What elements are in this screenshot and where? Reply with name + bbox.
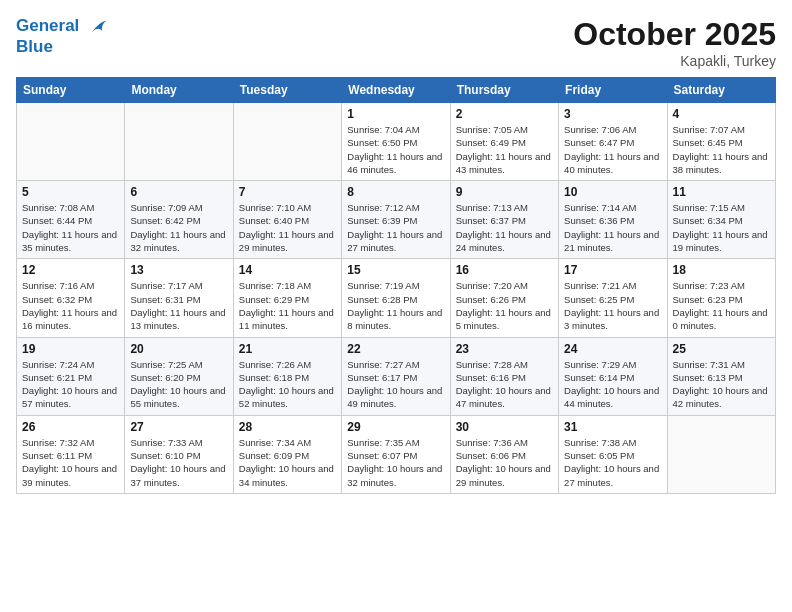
weekday-header-thursday: Thursday <box>450 78 558 103</box>
day-info: Sunrise: 7:12 AM Sunset: 6:39 PM Dayligh… <box>347 201 444 254</box>
day-number: 8 <box>347 185 444 199</box>
day-number: 21 <box>239 342 336 356</box>
calendar-cell: 14Sunrise: 7:18 AM Sunset: 6:29 PM Dayli… <box>233 259 341 337</box>
calendar-cell: 22Sunrise: 7:27 AM Sunset: 6:17 PM Dayli… <box>342 337 450 415</box>
calendar-week-row: 1Sunrise: 7:04 AM Sunset: 6:50 PM Daylig… <box>17 103 776 181</box>
day-info: Sunrise: 7:23 AM Sunset: 6:23 PM Dayligh… <box>673 279 770 332</box>
calendar-cell: 17Sunrise: 7:21 AM Sunset: 6:25 PM Dayli… <box>559 259 667 337</box>
day-number: 29 <box>347 420 444 434</box>
calendar-cell <box>125 103 233 181</box>
calendar-cell: 23Sunrise: 7:28 AM Sunset: 6:16 PM Dayli… <box>450 337 558 415</box>
location-subtitle: Kapakli, Turkey <box>573 53 776 69</box>
calendar-cell: 11Sunrise: 7:15 AM Sunset: 6:34 PM Dayli… <box>667 181 775 259</box>
day-info: Sunrise: 7:31 AM Sunset: 6:13 PM Dayligh… <box>673 358 770 411</box>
day-info: Sunrise: 7:28 AM Sunset: 6:16 PM Dayligh… <box>456 358 553 411</box>
calendar-cell: 21Sunrise: 7:26 AM Sunset: 6:18 PM Dayli… <box>233 337 341 415</box>
calendar-cell: 26Sunrise: 7:32 AM Sunset: 6:11 PM Dayli… <box>17 415 125 493</box>
calendar-header-row: SundayMondayTuesdayWednesdayThursdayFrid… <box>17 78 776 103</box>
day-number: 25 <box>673 342 770 356</box>
day-info: Sunrise: 7:26 AM Sunset: 6:18 PM Dayligh… <box>239 358 336 411</box>
day-info: Sunrise: 7:04 AM Sunset: 6:50 PM Dayligh… <box>347 123 444 176</box>
day-number: 23 <box>456 342 553 356</box>
day-info: Sunrise: 7:06 AM Sunset: 6:47 PM Dayligh… <box>564 123 661 176</box>
day-info: Sunrise: 7:15 AM Sunset: 6:34 PM Dayligh… <box>673 201 770 254</box>
day-info: Sunrise: 7:38 AM Sunset: 6:05 PM Dayligh… <box>564 436 661 489</box>
calendar-cell: 25Sunrise: 7:31 AM Sunset: 6:13 PM Dayli… <box>667 337 775 415</box>
calendar-cell: 15Sunrise: 7:19 AM Sunset: 6:28 PM Dayli… <box>342 259 450 337</box>
calendar-week-row: 12Sunrise: 7:16 AM Sunset: 6:32 PM Dayli… <box>17 259 776 337</box>
calendar-table: SundayMondayTuesdayWednesdayThursdayFrid… <box>16 77 776 494</box>
calendar-cell: 9Sunrise: 7:13 AM Sunset: 6:37 PM Daylig… <box>450 181 558 259</box>
day-info: Sunrise: 7:07 AM Sunset: 6:45 PM Dayligh… <box>673 123 770 176</box>
calendar-cell: 16Sunrise: 7:20 AM Sunset: 6:26 PM Dayli… <box>450 259 558 337</box>
day-number: 11 <box>673 185 770 199</box>
calendar-cell: 31Sunrise: 7:38 AM Sunset: 6:05 PM Dayli… <box>559 415 667 493</box>
calendar-cell: 27Sunrise: 7:33 AM Sunset: 6:10 PM Dayli… <box>125 415 233 493</box>
day-number: 12 <box>22 263 119 277</box>
calendar-cell: 3Sunrise: 7:06 AM Sunset: 6:47 PM Daylig… <box>559 103 667 181</box>
calendar-cell: 12Sunrise: 7:16 AM Sunset: 6:32 PM Dayli… <box>17 259 125 337</box>
day-number: 22 <box>347 342 444 356</box>
day-number: 15 <box>347 263 444 277</box>
logo-general: General <box>16 16 79 35</box>
day-number: 26 <box>22 420 119 434</box>
day-info: Sunrise: 7:14 AM Sunset: 6:36 PM Dayligh… <box>564 201 661 254</box>
weekday-header-wednesday: Wednesday <box>342 78 450 103</box>
day-number: 4 <box>673 107 770 121</box>
calendar-cell: 4Sunrise: 7:07 AM Sunset: 6:45 PM Daylig… <box>667 103 775 181</box>
day-info: Sunrise: 7:34 AM Sunset: 6:09 PM Dayligh… <box>239 436 336 489</box>
day-info: Sunrise: 7:13 AM Sunset: 6:37 PM Dayligh… <box>456 201 553 254</box>
day-number: 31 <box>564 420 661 434</box>
day-number: 17 <box>564 263 661 277</box>
day-number: 30 <box>456 420 553 434</box>
calendar-cell <box>667 415 775 493</box>
day-number: 20 <box>130 342 227 356</box>
day-number: 1 <box>347 107 444 121</box>
calendar-cell: 8Sunrise: 7:12 AM Sunset: 6:39 PM Daylig… <box>342 181 450 259</box>
day-number: 14 <box>239 263 336 277</box>
calendar-week-row: 26Sunrise: 7:32 AM Sunset: 6:11 PM Dayli… <box>17 415 776 493</box>
day-info: Sunrise: 7:16 AM Sunset: 6:32 PM Dayligh… <box>22 279 119 332</box>
calendar-cell: 13Sunrise: 7:17 AM Sunset: 6:31 PM Dayli… <box>125 259 233 337</box>
day-info: Sunrise: 7:17 AM Sunset: 6:31 PM Dayligh… <box>130 279 227 332</box>
calendar-cell <box>233 103 341 181</box>
logo: General Blue <box>16 16 108 57</box>
calendar-cell: 24Sunrise: 7:29 AM Sunset: 6:14 PM Dayli… <box>559 337 667 415</box>
day-info: Sunrise: 7:08 AM Sunset: 6:44 PM Dayligh… <box>22 201 119 254</box>
weekday-header-friday: Friday <box>559 78 667 103</box>
day-number: 6 <box>130 185 227 199</box>
calendar-cell: 7Sunrise: 7:10 AM Sunset: 6:40 PM Daylig… <box>233 181 341 259</box>
day-number: 18 <box>673 263 770 277</box>
calendar-week-row: 5Sunrise: 7:08 AM Sunset: 6:44 PM Daylig… <box>17 181 776 259</box>
day-info: Sunrise: 7:27 AM Sunset: 6:17 PM Dayligh… <box>347 358 444 411</box>
day-info: Sunrise: 7:21 AM Sunset: 6:25 PM Dayligh… <box>564 279 661 332</box>
weekday-header-saturday: Saturday <box>667 78 775 103</box>
calendar-cell: 18Sunrise: 7:23 AM Sunset: 6:23 PM Dayli… <box>667 259 775 337</box>
calendar-cell: 28Sunrise: 7:34 AM Sunset: 6:09 PM Dayli… <box>233 415 341 493</box>
day-number: 5 <box>22 185 119 199</box>
calendar-cell: 10Sunrise: 7:14 AM Sunset: 6:36 PM Dayli… <box>559 181 667 259</box>
page-header: General Blue October 2025 Kapakli, Turke… <box>16 16 776 69</box>
day-number: 7 <box>239 185 336 199</box>
day-number: 27 <box>130 420 227 434</box>
calendar-cell: 19Sunrise: 7:24 AM Sunset: 6:21 PM Dayli… <box>17 337 125 415</box>
calendar-cell <box>17 103 125 181</box>
day-info: Sunrise: 7:35 AM Sunset: 6:07 PM Dayligh… <box>347 436 444 489</box>
day-info: Sunrise: 7:20 AM Sunset: 6:26 PM Dayligh… <box>456 279 553 332</box>
day-info: Sunrise: 7:24 AM Sunset: 6:21 PM Dayligh… <box>22 358 119 411</box>
day-number: 24 <box>564 342 661 356</box>
day-info: Sunrise: 7:25 AM Sunset: 6:20 PM Dayligh… <box>130 358 227 411</box>
weekday-header-tuesday: Tuesday <box>233 78 341 103</box>
calendar-week-row: 19Sunrise: 7:24 AM Sunset: 6:21 PM Dayli… <box>17 337 776 415</box>
weekday-header-sunday: Sunday <box>17 78 125 103</box>
month-title: October 2025 <box>573 16 776 53</box>
weekday-header-monday: Monday <box>125 78 233 103</box>
calendar-cell: 20Sunrise: 7:25 AM Sunset: 6:20 PM Dayli… <box>125 337 233 415</box>
calendar-cell: 5Sunrise: 7:08 AM Sunset: 6:44 PM Daylig… <box>17 181 125 259</box>
calendar-cell: 6Sunrise: 7:09 AM Sunset: 6:42 PM Daylig… <box>125 181 233 259</box>
day-info: Sunrise: 7:32 AM Sunset: 6:11 PM Dayligh… <box>22 436 119 489</box>
day-info: Sunrise: 7:36 AM Sunset: 6:06 PM Dayligh… <box>456 436 553 489</box>
logo-blue: Blue <box>16 38 108 57</box>
day-info: Sunrise: 7:10 AM Sunset: 6:40 PM Dayligh… <box>239 201 336 254</box>
logo-bird-icon <box>86 16 108 38</box>
